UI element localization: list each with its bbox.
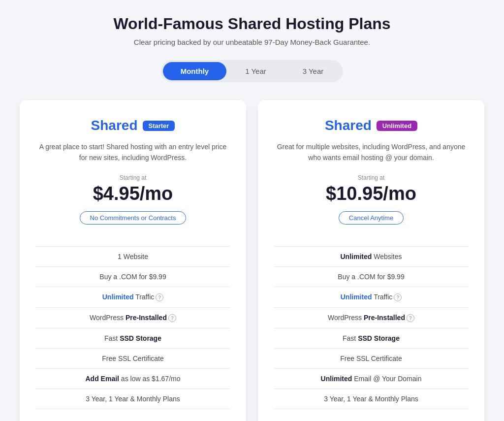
plan-title-starter: Shared — [91, 118, 138, 133]
plan-description-starter: A great place to start! Shared hosting w… — [35, 141, 230, 163]
toggle-1year[interactable]: 1 Year — [227, 62, 284, 80]
plan-card-unlimited: SharedUnlimitedGreat for multiple websit… — [258, 100, 484, 421]
plan-card-starter: SharedStarterA great place to start! Sha… — [20, 100, 246, 421]
features-list-starter: 1 WebsiteBuy a .COM for $9.99Unlimited T… — [35, 246, 230, 410]
commitment-badge-starter: No Commitments or Contracts — [80, 211, 187, 225]
toggle-container: Monthly 1 Year 3 Year — [161, 60, 344, 82]
page-header: World-Famous Shared Hosting Plans Clear … — [10, 15, 494, 46]
list-item: Unlimited Traffic? — [274, 287, 469, 308]
toggle-3year[interactable]: 3 Year — [285, 62, 342, 80]
list-item: WordPress Pre-Installed? — [35, 308, 230, 328]
plan-title-row-starter: SharedStarter — [35, 118, 230, 133]
page-title: World-Famous Shared Hosting Plans — [10, 15, 494, 33]
plan-badge-unlimited: Unlimited — [377, 121, 417, 131]
list-item: Unlimited Traffic? — [35, 287, 230, 308]
commitment-badge-unlimited: Cancel Anytime — [339, 211, 404, 225]
list-item: WordPress Pre-Installed? — [274, 308, 469, 328]
toggle-monthly[interactable]: Monthly — [163, 62, 227, 80]
plan-title-row-unlimited: SharedUnlimited — [274, 118, 469, 133]
list-item: Unlimited Email @ Your Domain — [274, 369, 469, 389]
help-icon[interactable]: ? — [156, 293, 163, 301]
list-item: Buy a .COM for $9.99 — [274, 267, 469, 287]
list-item: 3 Year, 1 Year & Monthly Plans — [35, 389, 230, 409]
commitment-wrapper-starter: No Commitments or Contracts — [35, 211, 230, 235]
starting-at-starter: Starting at — [35, 174, 230, 181]
features-list-unlimited: Unlimited WebsitesBuy a .COM for $9.99Un… — [274, 246, 469, 410]
price-starter: $4.95/mo — [35, 183, 230, 204]
help-icon[interactable]: ? — [394, 293, 402, 301]
help-icon[interactable]: ? — [407, 314, 414, 322]
page-subtitle: Clear pricing backed by our unbeatable 9… — [10, 38, 494, 46]
price-section-starter: Starting at$4.95/mo — [35, 174, 230, 204]
plan-description-unlimited: Great for multiple websites, including W… — [274, 141, 469, 163]
list-item: 3 Year, 1 Year & Monthly Plans — [274, 389, 469, 409]
list-item: Fast SSD Storage — [274, 328, 469, 349]
commitment-wrapper-unlimited: Cancel Anytime — [274, 211, 469, 235]
list-item: Unlimited Websites — [274, 247, 469, 267]
list-item: Add Email as low as $1.67/mo — [35, 369, 230, 389]
plan-badge-starter: Starter — [143, 121, 175, 131]
plan-title-unlimited: Shared — [325, 118, 372, 133]
help-icon[interactable]: ? — [168, 314, 176, 322]
list-item: Fast SSD Storage — [35, 328, 230, 349]
list-item: Free SSL Certificate — [35, 349, 230, 369]
billing-toggle: Monthly 1 Year 3 Year — [10, 60, 494, 82]
list-item: Free SSL Certificate — [274, 349, 469, 369]
price-section-unlimited: Starting at$10.95/mo — [274, 174, 469, 204]
list-item: 1 Website — [35, 247, 230, 267]
plans-container: SharedStarterA great place to start! Sha… — [10, 100, 494, 421]
starting-at-unlimited: Starting at — [274, 174, 469, 181]
list-item: Buy a .COM for $9.99 — [35, 267, 230, 287]
price-unlimited: $10.95/mo — [274, 183, 469, 204]
page-wrapper: World-Famous Shared Hosting Plans Clear … — [10, 15, 494, 421]
